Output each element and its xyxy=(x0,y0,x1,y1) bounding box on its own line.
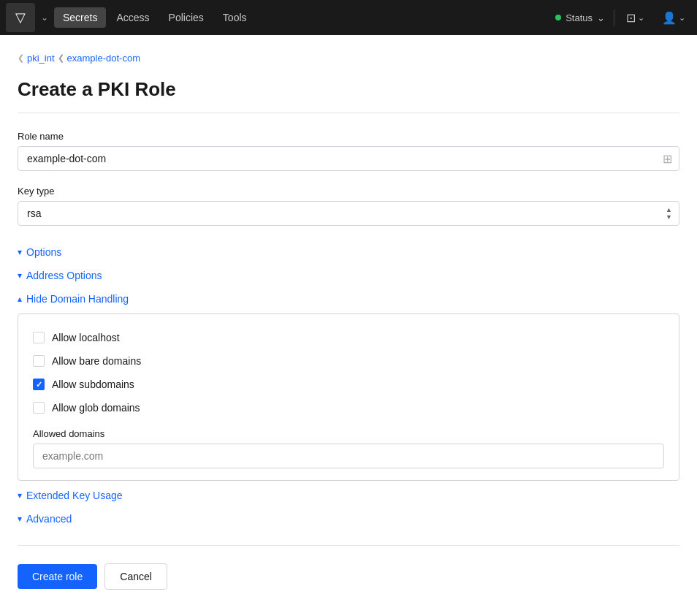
allow-bare-domains-row: Allow bare domains xyxy=(33,349,664,373)
cancel-button[interactable]: Cancel xyxy=(104,563,167,590)
page-title: Create a PKI Role xyxy=(18,78,679,113)
key-type-select[interactable]: rsa ec ed25519 xyxy=(18,201,679,226)
nav-tabs: Secrets Access Policies Tools xyxy=(54,7,256,28)
vault-logo[interactable]: ▽ xyxy=(6,3,35,32)
nav-tab-tools[interactable]: Tools xyxy=(214,7,256,28)
options-section-header[interactable]: ▾ Options xyxy=(18,240,679,264)
domain-handling-collapse-icon: ▴ xyxy=(18,294,22,304)
role-name-field-group: Role name ⊞ xyxy=(18,131,679,171)
action-buttons: Create role Cancel xyxy=(18,563,679,590)
address-options-section-header[interactable]: ▾ Address Options xyxy=(18,264,679,287)
advanced-collapse-icon: ▾ xyxy=(18,514,22,524)
breadcrumb: ❮ pki_int ❮ example-dot-com xyxy=(18,53,679,64)
form-divider xyxy=(18,545,679,546)
allow-glob-domains-label: Allow glob domains xyxy=(52,402,140,414)
nav-tab-access[interactable]: Access xyxy=(107,7,158,28)
domain-handling-box: Allow localhost Allow bare domains Allow… xyxy=(18,313,679,481)
create-role-button[interactable]: Create role xyxy=(18,564,97,589)
nav-tab-secrets[interactable]: Secrets xyxy=(54,7,106,28)
breadcrumb-pki-int[interactable]: pki_int xyxy=(27,53,55,64)
allow-subdomains-checkbox[interactable] xyxy=(33,379,45,390)
top-navigation: ▽ ⌄ Secrets Access Policies Tools Status… xyxy=(0,0,697,35)
options-label: Options xyxy=(26,246,61,258)
extended-key-usage-collapse-icon: ▾ xyxy=(18,490,22,501)
role-name-input-wrapper: ⊞ xyxy=(18,146,679,171)
allow-subdomains-row: Allow subdomains xyxy=(33,373,664,396)
allow-bare-domains-checkbox[interactable] xyxy=(33,355,45,367)
status-button[interactable]: Status ⌄ xyxy=(549,9,614,26)
status-indicator xyxy=(555,15,561,20)
domain-handling-label: Hide Domain Handling xyxy=(26,293,129,305)
advanced-section-header[interactable]: ▾ Advanced xyxy=(18,507,679,531)
nav-tab-policies[interactable]: Policies xyxy=(160,7,213,28)
allow-localhost-checkbox[interactable] xyxy=(33,332,45,343)
extended-key-usage-label: Extended Key Usage xyxy=(26,490,123,501)
options-collapse-icon: ▾ xyxy=(18,247,22,257)
key-type-label: Key type xyxy=(18,186,679,197)
nav-chevron[interactable]: ⌄ xyxy=(38,12,51,23)
allow-subdomains-label: Allow subdomains xyxy=(52,379,134,390)
address-options-label: Address Options xyxy=(26,270,102,281)
main-content: ❮ pki_int ❮ example-dot-com Create a PKI… xyxy=(0,35,697,616)
allow-bare-domains-label: Allow bare domains xyxy=(52,355,141,367)
extended-key-usage-section-header[interactable]: ▾ Extended Key Usage xyxy=(18,484,679,507)
advanced-label: Advanced xyxy=(26,513,72,525)
allowed-domains-group: Allowed domains xyxy=(33,428,664,468)
role-name-input[interactable] xyxy=(18,146,679,171)
key-type-select-wrapper: rsa ec ed25519 ▲ ▼ xyxy=(18,201,679,226)
allow-localhost-row: Allow localhost xyxy=(33,326,664,349)
role-name-label: Role name xyxy=(18,131,679,142)
allow-glob-domains-checkbox[interactable] xyxy=(33,402,45,414)
allow-glob-domains-row: Allow glob domains xyxy=(33,396,664,419)
key-type-field-group: Key type rsa ec ed25519 ▲ ▼ xyxy=(18,186,679,226)
breadcrumb-separator: ❮ xyxy=(58,53,64,63)
nav-right: Status ⌄ ⊡ ⌄ 👤 ⌄ xyxy=(549,8,691,28)
allowed-domains-input[interactable] xyxy=(33,444,664,468)
console-button[interactable]: ⊡ ⌄ xyxy=(620,8,650,28)
domain-handling-section-header[interactable]: ▴ Hide Domain Handling xyxy=(18,287,679,311)
breadcrumb-example-dot-com[interactable]: example-dot-com xyxy=(67,53,140,64)
allow-localhost-label: Allow localhost xyxy=(52,332,120,343)
allowed-domains-label: Allowed domains xyxy=(33,428,664,439)
user-button[interactable]: 👤 ⌄ xyxy=(656,8,691,28)
address-options-collapse-icon: ▾ xyxy=(18,270,22,281)
